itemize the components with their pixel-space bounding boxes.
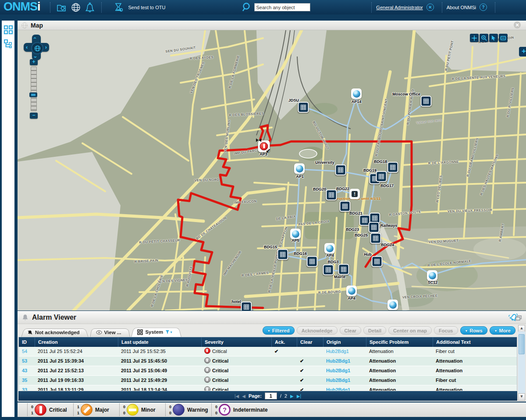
cell-origin[interactable]: Hub2Bdg1 (323, 385, 366, 391)
zoom-area-icon[interactable] (480, 34, 488, 42)
node-marker[interactable] (290, 229, 301, 239)
column-header-creation[interactable]: Creation (35, 337, 118, 347)
critical-alarm-marker[interactable]: ✔ (258, 141, 270, 152)
tab-system[interactable]: System▼ (131, 327, 181, 337)
building-marker[interactable] (307, 256, 318, 267)
filtered-button[interactable]: ▼Filtered (263, 326, 295, 335)
alarm-viewer-panel: Alarm Viewer Not acknowledgedView ...Sys… (18, 311, 526, 417)
last-page-icon[interactable]: ▶| (297, 394, 301, 399)
scroll-thumb[interactable] (519, 334, 525, 354)
logout-icon[interactable]: ✕ (426, 4, 434, 11)
node-marker[interactable] (324, 243, 335, 254)
column-header-clear[interactable]: Clear (297, 337, 323, 347)
alarm-row-53[interactable]: 532011 Jul 25 15:39:342011 Jul 25 15:45:… (19, 356, 517, 366)
search-input[interactable] (254, 3, 310, 11)
node-marker[interactable] (294, 163, 305, 174)
first-page-icon[interactable]: |◀ (235, 394, 239, 399)
map-pan-control[interactable]: ‹ ‹ ‹ › (24, 35, 49, 60)
map-canvas[interactable]: SEN DU SOUHAITR DES AYDESVEN DES TROENES… (18, 30, 526, 311)
building-marker[interactable] (421, 96, 432, 107)
cell-origin[interactable]: Hub2Bdg1 (323, 347, 366, 356)
legend-item-warning[interactable]: 00Warning (165, 403, 210, 416)
pan-right-icon[interactable]: › (45, 45, 47, 49)
user-menu[interactable]: General Administrator (376, 5, 423, 10)
snapshot-tool-icon[interactable] (499, 34, 508, 42)
zoom-in-button[interactable]: + (30, 59, 38, 65)
search-icon[interactable] (242, 2, 253, 13)
building-marker[interactable] (277, 249, 288, 260)
node-marker[interactable] (427, 270, 437, 281)
building-marker[interactable] (376, 171, 387, 182)
zoom-slider-handle[interactable] (29, 92, 37, 97)
cell-origin[interactable]: Hub2Bdg1 (323, 356, 366, 366)
tab-not-acknowledged[interactable]: Not acknowledged (21, 328, 89, 337)
building-marker[interactable] (326, 190, 337, 201)
node-marker[interactable] (351, 88, 362, 99)
close-icon[interactable]: ✕ (514, 21, 521, 28)
alarm-row-43[interactable]: 432011 Jul 22 15:52:132011 Jul 25 15:06:… (19, 366, 517, 376)
rows-button[interactable]: ▼Rows (460, 326, 487, 335)
column-header-id[interactable]: ID (19, 337, 35, 347)
column-header-specific-problem[interactable]: Specific Problem (366, 337, 433, 347)
column-header-additional-text[interactable]: Additional Text (433, 337, 517, 347)
alarm-row-54[interactable]: 542011 Jul 25 15:52:242011 Jul 25 15:52:… (19, 347, 517, 356)
column-header-origin[interactable]: Origin (323, 337, 366, 347)
dropdown-arrow-icon: ▼ (494, 329, 498, 332)
expand-tools-icon[interactable]: + (519, 47, 526, 56)
settings-icon[interactable] (56, 2, 68, 13)
pan-left-icon[interactable]: ‹ (26, 45, 28, 49)
map-poi-label: University (315, 160, 334, 165)
building-marker[interactable] (335, 165, 346, 176)
about-link[interactable]: About ONMSi (447, 5, 476, 10)
hourglass-icon[interactable] (113, 2, 124, 13)
cell-origin[interactable]: Hub2Bdg1 (323, 376, 366, 385)
cell-id: 43 (19, 366, 35, 375)
building-marker[interactable] (340, 201, 351, 212)
globe-icon[interactable] (70, 2, 82, 13)
bell-icon[interactable] (84, 2, 96, 13)
legend-item-critical[interactable]: 01Critical (27, 403, 71, 416)
next-page-icon[interactable]: ▶ (290, 394, 294, 399)
ringing-bell-icon[interactable] (508, 312, 519, 415)
zoom-out-button[interactable]: − (30, 113, 38, 119)
send-test-label[interactable]: Send test to OTU (128, 5, 166, 10)
building-marker[interactable] (298, 102, 309, 113)
column-header-last-update[interactable]: Last update (118, 337, 201, 347)
cell-origin[interactable]: Hub2Bdg1 (323, 366, 366, 375)
building-marker[interactable] (323, 265, 334, 275)
pan-up-icon[interactable]: ‹ (33, 37, 37, 39)
column-header-severity[interactable]: Severity (201, 337, 271, 347)
pan-home-icon[interactable] (31, 42, 43, 54)
page-input[interactable] (265, 392, 277, 399)
legend-item-major[interactable]: 11Major (73, 403, 117, 416)
pan-down-icon[interactable]: ‹ (33, 56, 37, 58)
panels-grid-icon[interactable] (4, 25, 13, 35)
alarm-row-35[interactable]: 352011 Jul 19 09:16:332011 Jul 22 15:49:… (19, 376, 517, 385)
alarm-row-33[interactable]: 332011 Jul 18 13:11:292011 Jul 18 13:14:… (19, 385, 517, 391)
scroll-down-icon[interactable]: ▼ (518, 393, 525, 401)
node-marker[interactable] (346, 286, 357, 296)
legend-item-indeterminate[interactable]: 00?Indeterminate (211, 403, 268, 416)
building-marker[interactable] (372, 256, 383, 267)
help-icon[interactable]: ? (480, 4, 487, 11)
scroll-track[interactable] (518, 332, 525, 394)
building-marker[interactable] (387, 162, 398, 173)
select-tool-icon[interactable] (489, 34, 498, 42)
zoom-slider[interactable] (31, 67, 37, 111)
cell-severity: Critical (201, 347, 271, 356)
building-marker[interactable] (241, 302, 252, 311)
topology-icon[interactable] (4, 39, 13, 49)
node-marker[interactable] (387, 300, 398, 310)
prev-page-icon[interactable]: ◀ (242, 394, 245, 399)
legend-item-minor[interactable]: 00Minor (119, 403, 163, 416)
building-marker[interactable] (369, 222, 380, 233)
filter-icon[interactable]: ▼ (165, 330, 173, 334)
construction-marker[interactable]: ! (349, 189, 360, 199)
building-marker[interactable] (338, 264, 349, 275)
tab-view[interactable]: View ... (90, 328, 130, 337)
map-header: Map ✕ (18, 21, 526, 30)
column-header-ack[interactable]: Ack. (271, 337, 297, 347)
pan-tool-icon[interactable] (470, 34, 479, 42)
building-marker[interactable] (370, 233, 381, 244)
alarm-scrollbar[interactable]: ▲ ▼ (518, 325, 525, 401)
